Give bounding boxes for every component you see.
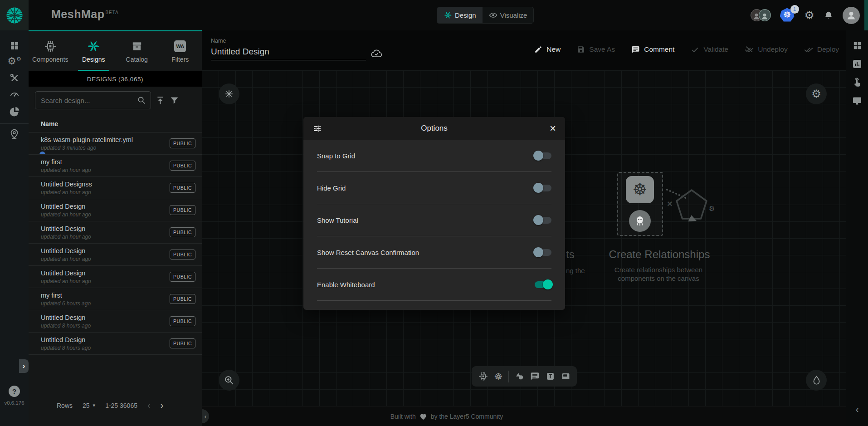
canvas-snapshot-button[interactable] bbox=[806, 370, 827, 391]
option-toggle[interactable] bbox=[535, 152, 551, 159]
modal-title: Options bbox=[421, 124, 448, 133]
text-tool-icon[interactable] bbox=[546, 372, 555, 381]
tab-catalog[interactable]: Catalog bbox=[115, 31, 159, 71]
dock-display-icon[interactable] bbox=[846, 95, 868, 106]
design-list-item[interactable]: Untitled Design updated 8 hours ago PUBL… bbox=[29, 333, 202, 355]
column-header-name: Name bbox=[29, 113, 202, 132]
rows-per-page-select[interactable]: 25 ▾ bbox=[83, 402, 95, 409]
nav-lifecycle-gears-icon[interactable]: ⚙⚙ bbox=[0, 56, 29, 66]
pentagon-gear-icon: ⚙ bbox=[709, 205, 715, 213]
comment-button[interactable]: Comment bbox=[631, 45, 674, 54]
connector-x-mark: × bbox=[667, 199, 673, 209]
footer-collapse-tab[interactable]: ‹ bbox=[202, 409, 209, 423]
design-updated: updated 8 hours ago bbox=[41, 345, 170, 351]
design-list-item[interactable]: my first updated an hour ago PUBLIC bbox=[29, 155, 202, 177]
design-name: my first bbox=[41, 292, 170, 299]
shapes-tool-icon[interactable] bbox=[515, 372, 524, 381]
tab-designs[interactable]: Designs bbox=[72, 31, 116, 71]
design-name: Untitled Design bbox=[41, 269, 170, 277]
user-avatar[interactable] bbox=[843, 7, 860, 24]
search-input[interactable] bbox=[41, 97, 137, 104]
design-list-item[interactable]: Untitled Design updated an hour ago PUBL… bbox=[29, 199, 202, 221]
option-row: Enable Whiteboard bbox=[317, 269, 551, 301]
design-name-input[interactable]: Untitled Design bbox=[211, 44, 366, 60]
search-icon[interactable] bbox=[137, 96, 146, 105]
design-list-item[interactable]: Untitled Design updated an hour ago PUBL… bbox=[29, 244, 202, 266]
validate-button[interactable]: Validate bbox=[691, 45, 728, 54]
options-modal-header: Options × bbox=[303, 117, 565, 140]
dock-interaction-icon[interactable] bbox=[846, 77, 868, 88]
canvas-settings-button[interactable]: ⚙ bbox=[806, 83, 827, 104]
tutorial-components-card: ☸ bbox=[617, 172, 663, 236]
design-list-item[interactable]: Untitled Design updated 8 hours ago PUBL… bbox=[29, 310, 202, 333]
collaborator-avatars[interactable] bbox=[751, 9, 771, 21]
panel-tabs: Components Designs Catalog WA Filters bbox=[29, 31, 202, 71]
settings-gear-icon[interactable]: ⚙ bbox=[805, 10, 814, 21]
design-list-item[interactable]: Untitled Design updated an hour ago PUBL… bbox=[29, 221, 202, 244]
design-mode-button[interactable]: Design bbox=[437, 7, 483, 23]
design-visibility-badge: PUBLIC bbox=[170, 205, 195, 215]
option-toggle[interactable] bbox=[535, 281, 551, 288]
occluded-card-subtitle-fragment: ng the bbox=[566, 267, 585, 274]
design-list-item[interactable]: Untitled Designss updated an hour ago PU… bbox=[29, 177, 202, 199]
option-toggle[interactable] bbox=[535, 249, 551, 256]
canvas-k8s-context-button[interactable] bbox=[219, 83, 239, 104]
undeploy-button[interactable]: Undeploy bbox=[745, 45, 788, 54]
kubernetes-icon[interactable]: ☸ bbox=[494, 372, 503, 381]
sidebar-expand-button[interactable]: › bbox=[19, 359, 29, 373]
tab-components[interactable]: Components bbox=[29, 31, 72, 71]
comment-bubble-icon bbox=[631, 45, 640, 54]
design-list-item[interactable]: my first updated 6 hours ago PUBLIC bbox=[29, 288, 202, 310]
close-icon[interactable]: × bbox=[550, 123, 556, 134]
design-list-item[interactable]: k8s-wasm-plugin-ratelimiter.yml updated … bbox=[29, 132, 202, 155]
collaborator-avatar-2[interactable] bbox=[759, 9, 771, 21]
design-visibility-badge: PUBLIC bbox=[170, 227, 195, 237]
visualize-mode-button[interactable]: Visualize bbox=[483, 7, 534, 23]
import-design-icon[interactable] bbox=[156, 96, 165, 105]
tab-filters[interactable]: WA Filters bbox=[159, 31, 202, 71]
deploy-button[interactable]: Deploy bbox=[804, 45, 839, 54]
k8s-context-switcher[interactable]: ☸ 1 bbox=[780, 8, 795, 23]
option-label: Show Tutorial bbox=[317, 216, 358, 224]
right-dock-rail: ‹ bbox=[846, 30, 868, 426]
dock-widgets-icon[interactable] bbox=[846, 40, 868, 51]
tutorial-title: Create Relationships bbox=[609, 248, 710, 261]
filter-funnel-icon[interactable] bbox=[170, 96, 179, 105]
chevron-left-icon: ‹ bbox=[205, 412, 207, 420]
design-visibility-badge: PUBLIC bbox=[170, 161, 195, 171]
design-toolbar: Name Untitled Design New Save As Comment bbox=[202, 30, 846, 70]
nav-meshmap-pin-icon[interactable] bbox=[0, 128, 29, 140]
option-row: Show Tutorial bbox=[317, 204, 551, 236]
design-list-item[interactable]: Untitled Design updated an hour ago PUBL… bbox=[29, 266, 202, 288]
layer5-logo[interactable] bbox=[0, 0, 29, 30]
designs-panel: Components Designs Catalog WA Filters DE… bbox=[29, 30, 202, 426]
option-label: Hide Grid bbox=[317, 184, 346, 192]
design-name: Untitled Design bbox=[41, 336, 170, 343]
design-name-field[interactable]: Name Untitled Design bbox=[211, 38, 366, 60]
new-design-button[interactable]: New bbox=[534, 45, 561, 54]
option-toggle[interactable] bbox=[535, 185, 551, 191]
next-page-button[interactable]: › bbox=[161, 400, 164, 411]
design-name: Untitled Designss bbox=[41, 181, 170, 188]
save-as-button[interactable]: Save As bbox=[577, 45, 615, 54]
zoom-reset-button[interactable] bbox=[219, 370, 239, 391]
nav-configuration-tools-icon[interactable] bbox=[0, 73, 29, 83]
design-updated: updated 3 minutes ago bbox=[41, 145, 170, 151]
nav-extensions-pie-icon[interactable] bbox=[0, 106, 29, 118]
previous-page-button[interactable]: ‹ bbox=[147, 400, 151, 411]
help-button[interactable]: ? bbox=[9, 386, 20, 397]
header-accent-strip bbox=[864, 0, 868, 30]
dock-analytics-icon[interactable] bbox=[846, 59, 868, 69]
right-dock-collapse-button[interactable]: ‹ bbox=[846, 404, 868, 415]
design-name: Untitled Design bbox=[41, 203, 170, 210]
notifications-bell-icon[interactable] bbox=[824, 10, 834, 20]
comment-tool-icon[interactable] bbox=[530, 372, 540, 381]
design-owner-avatar bbox=[39, 151, 46, 155]
design-name: Untitled Design bbox=[41, 247, 170, 255]
add-component-icon[interactable] bbox=[478, 371, 488, 382]
design-updated: updated an hour ago bbox=[41, 167, 170, 173]
option-toggle[interactable] bbox=[535, 217, 551, 224]
nav-dashboard-icon[interactable] bbox=[0, 40, 29, 51]
media-tool-icon[interactable] bbox=[561, 372, 571, 381]
nav-performance-gauge-icon[interactable] bbox=[0, 88, 29, 99]
